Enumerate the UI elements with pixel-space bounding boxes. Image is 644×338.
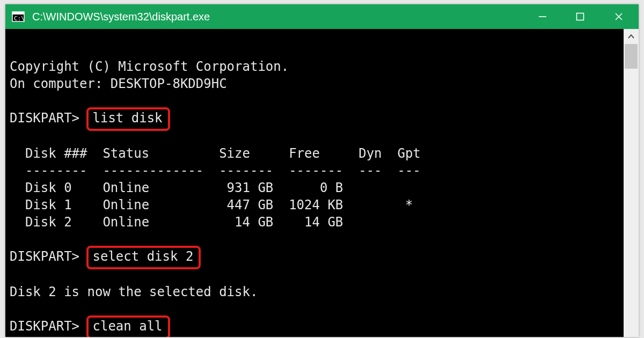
window-title: C:\WINDOWS\system32\diskpart.exe: [32, 11, 524, 23]
svg-rect-1: [12, 12, 24, 14]
scroll-up-arrow-icon[interactable]: [624, 29, 639, 44]
selected-disk-msg: Disk 2 is now the selected disk.: [10, 283, 624, 300]
terminal-output[interactable]: Copyright (C) Microsoft Corporation.On c…: [5, 29, 624, 337]
svg-rect-4: [577, 13, 584, 20]
svg-text:C:\: C:\: [14, 15, 25, 22]
vertical-scrollbar[interactable]: [624, 29, 639, 337]
computer-label: On computer:: [10, 76, 111, 91]
minimize-button[interactable]: [524, 4, 561, 29]
table-header: Disk ### Status Size Free Dyn Gpt: [10, 145, 624, 162]
scrollbar-thumb[interactable]: [625, 44, 638, 69]
window-controls: [524, 4, 639, 29]
table-row: Disk 2 Online 14 GB 14 GB: [10, 214, 624, 231]
computer-name: DESKTOP-8KDD9HC: [111, 76, 227, 91]
cmd-list-disk: list disk: [86, 107, 170, 131]
titlebar[interactable]: C:\ C:\WINDOWS\system32\diskpart.exe: [5, 4, 639, 29]
prompt: DISKPART>: [10, 249, 79, 264]
prompt: DISKPART>: [10, 111, 79, 126]
table-row: Disk 1 Online 447 GB 1024 KB *: [10, 196, 624, 214]
table-divider: -------- ------------- ------- ------- -…: [10, 162, 624, 179]
copyright-line: Copyright (C) Microsoft Corporation.: [10, 58, 624, 75]
maximize-button[interactable]: [561, 4, 599, 29]
console-window: C:\ C:\WINDOWS\system32\diskpart.exe Cop…: [5, 4, 639, 337]
close-button[interactable]: [599, 4, 639, 29]
cmd-icon: C:\: [12, 10, 25, 23]
cmd-select-disk: select disk 2: [86, 246, 201, 269]
table-row: Disk 0 Online 931 GB 0 B: [10, 179, 624, 196]
prompt: DISKPART>: [10, 319, 79, 334]
cmd-clean-all: clean all: [86, 315, 170, 337]
